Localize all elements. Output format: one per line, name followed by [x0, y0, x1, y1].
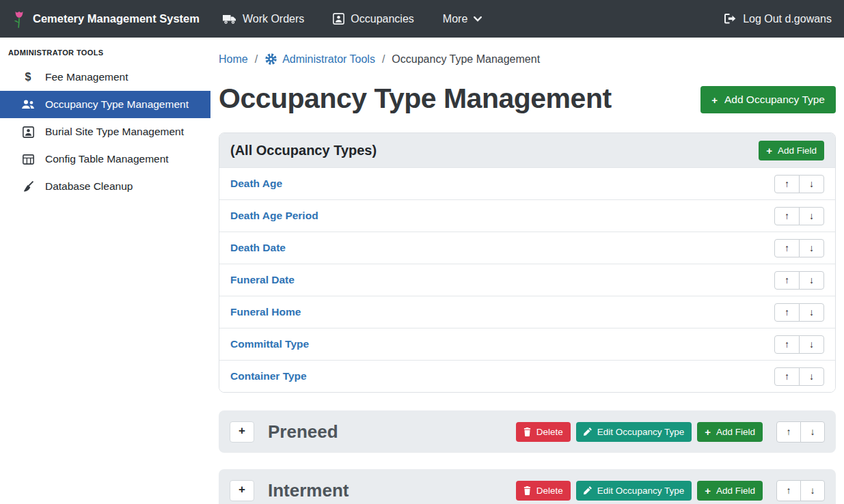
field-row: Container Type ↑ ↓	[219, 360, 835, 392]
add-field-label: Add Field	[778, 145, 817, 156]
reorder-group: ↑ ↓	[776, 480, 825, 501]
reorder-group: ↑ ↓	[774, 271, 824, 290]
move-up-button[interactable]: ↑	[774, 335, 800, 354]
expand-button[interactable]: +	[230, 421, 254, 443]
move-down-button[interactable]: ↓	[799, 367, 824, 386]
move-up-button[interactable]: ↑	[774, 367, 800, 386]
breadcrumb-home-link[interactable]: Home	[219, 53, 248, 66]
breadcrumb: Home / Administrator Tools / Occupancy T…	[219, 47, 836, 66]
sidebar-item-occupancy-type-management[interactable]: Occupancy Type Management	[0, 91, 210, 118]
nav-item-label: More	[443, 13, 467, 25]
move-up-button[interactable]: ↑	[774, 303, 800, 322]
add-field-button[interactable]: + Add Field	[759, 141, 824, 160]
users-icon	[21, 100, 36, 109]
add-occupancy-type-button[interactable]: + Add Occupancy Type	[700, 86, 836, 113]
sidebar-item-label: Burial Site Type Management	[45, 126, 184, 138]
field-row: Funeral Home ↑ ↓	[219, 296, 835, 328]
sidebar-item-burial-site-type-management[interactable]: Burial Site Type Management	[0, 118, 210, 145]
delete-button[interactable]: Delete	[516, 481, 571, 501]
add-field-button[interactable]: + Add Field	[697, 422, 763, 442]
nav-item-work-orders[interactable]: Work Orders	[223, 13, 304, 25]
add-field-label: Add Field	[716, 486, 755, 496]
sidebar-item-config-table-management[interactable]: Config Table Management	[0, 145, 210, 173]
field-row: Death Age ↑ ↓	[219, 167, 835, 199]
expand-button[interactable]: +	[230, 480, 254, 501]
move-up-button[interactable]: ↑	[774, 271, 800, 290]
move-down-button[interactable]: ↓	[799, 271, 824, 290]
nav-item-more[interactable]: More	[443, 13, 482, 25]
trash-icon	[523, 428, 531, 436]
reorder-group: ↑ ↓	[774, 207, 824, 225]
reorder-group: ↑ ↓	[774, 335, 824, 354]
reorder-group: ↑ ↓	[774, 367, 824, 386]
page-header: Occupancy Type Management + Add Occupanc…	[219, 82, 836, 115]
section-actions: Delete Edit Occupancy Type + Add Field ↑…	[516, 421, 825, 443]
main-content: Home / Administrator Tools / Occupancy T…	[210, 38, 844, 504]
arrow-up-icon: ↑	[787, 485, 791, 496]
arrow-down-icon: ↓	[809, 307, 814, 318]
move-down-button[interactable]: ↓	[800, 421, 825, 443]
plus-icon: +	[711, 94, 718, 104]
move-up-button[interactable]: ↑	[774, 239, 800, 257]
delete-button[interactable]: Delete	[516, 422, 571, 442]
field-link-death-date[interactable]: Death Date	[230, 242, 286, 254]
move-down-button[interactable]: ↓	[799, 175, 824, 193]
admin-tools-sidebar: Administrator Tools $ Fee Management Occ…	[0, 38, 210, 504]
arrow-down-icon: ↓	[811, 485, 815, 496]
move-down-button[interactable]: ↓	[799, 239, 824, 257]
breadcrumb-separator: /	[382, 53, 385, 66]
field-link-committal-type[interactable]: Committal Type	[230, 338, 309, 350]
plus-icon: +	[239, 424, 245, 438]
nav-item-occupancies[interactable]: Occupancies	[333, 13, 414, 25]
arrow-down-icon: ↓	[809, 242, 814, 253]
move-down-button[interactable]: ↓	[799, 207, 824, 225]
plus-icon: +	[705, 426, 711, 436]
top-navbar: Cemetery Management System Work Orders	[0, 0, 844, 38]
add-field-button[interactable]: + Add Field	[697, 481, 763, 501]
delete-label: Delete	[536, 486, 563, 496]
add-occupancy-type-label: Add Occupancy Type	[724, 94, 825, 106]
navbar-links: Work Orders Occupancies More	[223, 13, 482, 25]
delete-label: Delete	[536, 427, 563, 437]
move-down-button[interactable]: ↓	[800, 480, 825, 501]
move-down-button[interactable]: ↓	[799, 303, 824, 322]
sidebar-item-fee-management[interactable]: $ Fee Management	[0, 64, 210, 91]
field-link-funeral-home[interactable]: Funeral Home	[230, 306, 301, 318]
field-link-death-age-period[interactable]: Death Age Period	[230, 210, 318, 222]
sidebar-heading: Administrator Tools	[0, 42, 210, 64]
breadcrumb-admin-tools-link[interactable]: Administrator Tools	[264, 53, 375, 66]
move-up-button[interactable]: ↑	[776, 421, 801, 443]
arrow-up-icon: ↑	[785, 178, 789, 189]
page-title: Occupancy Type Management	[219, 82, 612, 115]
pencil-icon	[584, 428, 592, 436]
edit-occupancy-type-button[interactable]: Edit Occupancy Type	[576, 422, 692, 442]
edit-occupancy-type-button[interactable]: Edit Occupancy Type	[576, 481, 692, 501]
edit-label: Edit Occupancy Type	[597, 427, 684, 437]
arrow-up-icon: ↑	[785, 371, 789, 382]
plus-icon: +	[766, 145, 772, 155]
field-link-container-type[interactable]: Container Type	[230, 370, 307, 382]
move-up-button[interactable]: ↑	[774, 207, 800, 225]
field-link-funeral-date[interactable]: Funeral Date	[230, 274, 295, 286]
trash-icon	[523, 486, 531, 495]
section-actions: Delete Edit Occupancy Type + Add Field ↑…	[516, 480, 825, 501]
pencil-icon	[584, 486, 592, 494]
reorder-group: ↑ ↓	[776, 421, 825, 443]
move-up-button[interactable]: ↑	[776, 480, 801, 501]
move-up-button[interactable]: ↑	[774, 175, 800, 193]
sidebar-item-label: Config Table Management	[45, 153, 169, 165]
sidebar-item-database-cleanup[interactable]: Database Cleanup	[0, 173, 210, 200]
breadcrumb-admin-tools-label: Administrator Tools	[282, 53, 375, 66]
logout-button[interactable]: Log Out d.gowans	[724, 13, 832, 25]
gear-icon	[264, 53, 277, 66]
all-occupancy-types-card: (All Occupancy Types) + Add Field Death …	[219, 132, 836, 393]
move-down-button[interactable]: ↓	[799, 335, 824, 354]
field-row: Death Age Period ↑ ↓	[219, 199, 835, 232]
add-field-label: Add Field	[716, 427, 755, 437]
table-icon	[21, 154, 36, 165]
app-title: Cemetery Management System	[33, 12, 200, 25]
arrow-up-icon: ↑	[787, 426, 791, 437]
field-link-death-age[interactable]: Death Age	[230, 178, 282, 190]
app-brand[interactable]: Cemetery Management System	[12, 9, 200, 29]
arrow-up-icon: ↑	[785, 307, 789, 318]
